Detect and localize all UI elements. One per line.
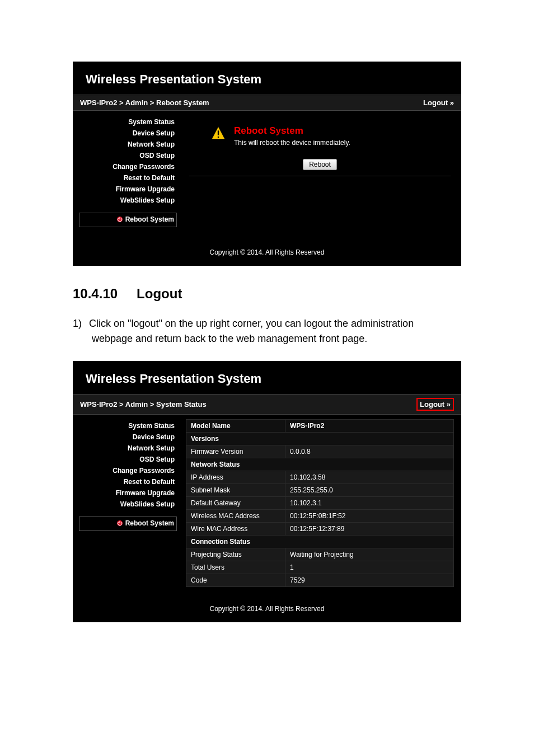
step-number: 1) (73, 316, 86, 331)
admin-panel-reboot: Wireless Presentation System WPS-IPro2 >… (73, 62, 461, 266)
section-number: 10.4.10 (73, 286, 118, 301)
svg-rect-5 (119, 521, 120, 523)
table-row: Subnet Mask 255.255.255.0 (186, 484, 454, 497)
subnet-mask-label: Subnet Mask (186, 484, 285, 497)
wireless-mac-value: 00:12:5F:0B:1F:52 (285, 510, 454, 523)
svg-rect-1 (119, 217, 120, 219)
sidebar-item-firmware-upgrade[interactable]: Firmware Upgrade (79, 184, 177, 195)
section-heading: 10.4.10Logout (73, 286, 461, 302)
table-row: Network Status (186, 458, 454, 471)
reboot-heading: Reboot System (234, 125, 350, 137)
subnet-mask-value: 255.255.255.0 (285, 484, 454, 497)
svg-rect-2 (218, 130, 219, 135)
panel-title: Wireless Presentation System (86, 72, 448, 87)
warning-icon (210, 125, 226, 143)
breadcrumb-bar: WPS-IPro2 > Admin > Reboot System Logout… (73, 95, 461, 111)
logout-link[interactable]: Logout » (423, 98, 454, 107)
ip-address-label: IP Address (186, 471, 285, 484)
sidebar-item-network-setup[interactable]: Network Setup (79, 443, 177, 454)
table-row: Model Name WPS-IPro2 (186, 420, 454, 433)
logout-highlight: Logout » (416, 398, 454, 411)
wire-mac-value: 00:12:5F:12:37:89 (285, 523, 454, 536)
firmware-version-label: Firmware Version (186, 445, 285, 458)
table-row: Wireless MAC Address 00:12:5F:0B:1F:52 (186, 510, 454, 523)
code-value: 7529 (285, 574, 454, 587)
section-step-1: 1) Click on "logout" on the up right cor… (73, 316, 461, 346)
sidebar-item-webslides-setup[interactable]: WebSlides Setup (79, 499, 177, 510)
ip-address-value: 10.102.3.58 (285, 471, 454, 484)
breadcrumb: WPS-IPro2 > Admin > System Status (80, 400, 207, 408)
versions-header: Versions (186, 433, 454, 445)
reboot-card: Reboot System This will reboot the devic… (186, 115, 454, 180)
sidebar-item-system-status[interactable]: System Status (79, 420, 177, 431)
step-text-line1: Click on "logout" on the up right corner… (89, 318, 414, 329)
firmware-version-value: 0.0.0.8 (285, 445, 454, 458)
network-status-header: Network Status (186, 458, 454, 471)
sidebar-item-label: Reboot System (125, 519, 174, 527)
default-gateway-label: Default Gateway (186, 497, 285, 510)
sidebar-nav: System Status Device Setup Network Setup… (73, 415, 182, 593)
sidebar-nav: System Status Device Setup Network Setup… (73, 111, 182, 236)
table-row: Total Users 1 (186, 561, 454, 574)
reboot-subtext: This will reboot the device immediately. (234, 139, 350, 147)
sidebar-item-reset-to-default[interactable]: Reset to Default (79, 172, 177, 184)
sidebar-item-osd-setup[interactable]: OSD Setup (79, 454, 177, 465)
table-row: Versions (186, 433, 454, 445)
total-users-value: 1 (285, 561, 454, 574)
sidebar-item-change-passwords[interactable]: Change Passwords (79, 161, 177, 172)
logout-link[interactable]: Logout » (420, 400, 451, 408)
wireless-mac-label: Wireless MAC Address (186, 510, 285, 523)
panel-footer: Copyright © 2014. All Rights Reserved (73, 593, 461, 622)
table-row: Code 7529 (186, 574, 454, 587)
sidebar-item-device-setup[interactable]: Device Setup (79, 128, 177, 139)
projecting-status-value: Waiting for Projecting (285, 548, 454, 561)
sidebar-item-firmware-upgrade[interactable]: Firmware Upgrade (79, 487, 177, 499)
sidebar-item-webslides-setup[interactable]: WebSlides Setup (79, 195, 177, 206)
default-gateway-value: 10.102.3.1 (285, 497, 454, 510)
wire-mac-label: Wire MAC Address (186, 523, 285, 536)
system-status-table: Model Name WPS-IPro2 Versions Firmware V… (186, 419, 454, 587)
panel-footer: Copyright © 2014. All Rights Reserved (73, 236, 461, 265)
model-name-label: Model Name (186, 420, 285, 433)
projecting-status-label: Projecting Status (186, 548, 285, 561)
power-icon (116, 520, 123, 528)
sidebar-item-reset-to-default[interactable]: Reset to Default (79, 476, 177, 487)
breadcrumb-bar: WPS-IPro2 > Admin > System Status Logout… (73, 394, 461, 415)
table-row: Default Gateway 10.102.3.1 (186, 497, 454, 510)
breadcrumb: WPS-IPro2 > Admin > Reboot System (80, 98, 209, 107)
panel-title: Wireless Presentation System (86, 372, 448, 386)
sidebar-item-label: Reboot System (125, 215, 174, 223)
table-row: Projecting Status Waiting for Projecting (186, 548, 454, 561)
sidebar-item-change-passwords[interactable]: Change Passwords (79, 465, 177, 476)
reboot-button[interactable]: Reboot (303, 159, 337, 170)
sidebar-item-osd-setup[interactable]: OSD Setup (79, 150, 177, 161)
sidebar-item-device-setup[interactable]: Device Setup (79, 431, 177, 443)
connection-status-header: Connection Status (186, 536, 454, 548)
sidebar-item-reboot-system[interactable]: Reboot System (79, 213, 177, 227)
step-text-line2: webpage and return back to the web manag… (92, 331, 461, 346)
table-row: Connection Status (186, 536, 454, 548)
section-title: Logout (137, 286, 182, 301)
model-name-value: WPS-IPro2 (285, 420, 454, 433)
total-users-label: Total Users (186, 561, 285, 574)
table-row: Wire MAC Address 00:12:5F:12:37:89 (186, 523, 454, 536)
table-row: Firmware Version 0.0.0.8 (186, 445, 454, 458)
power-icon (116, 216, 123, 224)
sidebar-item-system-status[interactable]: System Status (79, 116, 177, 128)
code-label: Code (186, 574, 285, 587)
sidebar-item-network-setup[interactable]: Network Setup (79, 139, 177, 150)
table-row: IP Address 10.102.3.58 (186, 471, 454, 484)
admin-panel-system-status: Wireless Presentation System WPS-IPro2 >… (73, 361, 461, 622)
sidebar-item-reboot-system[interactable]: Reboot System (79, 516, 177, 531)
svg-rect-3 (218, 137, 219, 138)
